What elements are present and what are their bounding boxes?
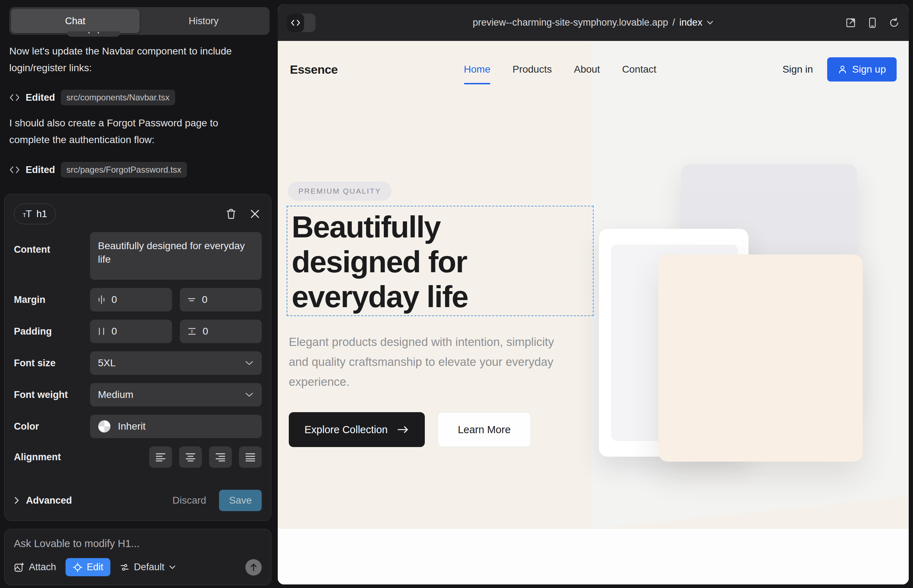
chevron-down-icon [706,20,714,25]
sliders-icon [120,562,130,572]
margin-x-input[interactable]: 0 [90,288,172,312]
color-select[interactable]: Inherit [90,415,262,438]
font-size-select[interactable]: 5XL [90,351,262,375]
mode-dropdown[interactable]: Default [120,562,176,573]
text-type-icon: тT [23,208,31,220]
open-external-button[interactable] [845,18,856,28]
edit-mode-button[interactable]: Edit [66,558,111,576]
code-preview-toggle[interactable] [287,13,316,32]
nav-link-products[interactable]: Products [512,64,552,75]
margin-label: Margin [14,294,90,305]
align-justify-button[interactable] [239,446,262,468]
content-label: Content [14,232,90,255]
nav-link-contact[interactable]: Contact [622,64,657,75]
align-left-icon [155,452,166,462]
send-button[interactable] [245,559,262,575]
preview-window: preview--charming-site-symphony.lovable.… [278,4,909,585]
chevron-down-icon [244,360,254,366]
target-icon [73,562,83,572]
padding-y-input[interactable]: 0 [180,320,262,343]
selected-h1-outline[interactable]: Beautifully designed for everyday life [287,206,594,316]
attach-image-icon [14,562,24,573]
premium-badge: PREMIUM QUALITY [288,181,392,201]
padding-x-input[interactable]: 0 [90,320,172,343]
selected-element-pill[interactable]: тT h1 [14,204,56,224]
chat-history-tabs: Chat History [9,7,270,35]
padding-y-icon [187,327,197,336]
color-swatch [98,420,111,433]
save-button[interactable]: Save [219,490,262,511]
element-editor-panel: тT h1 Content Beautifully des [4,194,271,521]
sign-up-button[interactable]: Sign up [827,57,897,81]
chevron-down-icon [169,565,176,570]
user-icon [838,65,847,74]
alignment-label: Alignment [14,452,90,463]
delete-element-icon[interactable] [226,208,236,219]
margin-y-input[interactable]: 0 [180,288,262,312]
code-view-icon[interactable] [287,13,304,32]
site-navbar: Essence Home Products About Contact Sign… [278,41,909,98]
file-chip[interactable]: src/components/Navbar.tsx [61,90,175,105]
chat-input-box: Ask Lovable to modify H1... Attach Edit … [4,529,271,585]
assistant-message: Now let's update the Navbar component to… [9,43,244,76]
tab-history[interactable]: History [139,9,268,33]
margin-x-icon [97,295,106,305]
chevron-right-icon [14,496,19,505]
file-chip[interactable]: src/pages/ForgotPassword.tsx [61,162,187,178]
edited-file-row: Edited src/components/Navbar.tsx [9,90,175,105]
edited-label: Edited [26,92,55,103]
mobile-view-button[interactable] [868,17,877,29]
rendered-site: Essence Home Products About Contact Sign… [278,41,909,585]
font-weight-label: Font weight [14,389,90,401]
align-right-icon [215,452,226,462]
hero-paragraph: Elegant products designed with intention… [289,332,574,392]
selected-tag: h1 [36,208,47,220]
padding-x-icon [97,326,106,336]
edited-file-row: Edited src/pages/ForgotPassword.tsx [9,162,187,178]
tab-chat[interactable]: Chat [11,9,139,33]
hero-card-cream [659,255,863,462]
content-input[interactable]: Beautifully designed for everyday life [90,232,262,280]
scrolled-chip-partial [67,31,120,37]
assistant-message: I should also create a Forgot Password p… [9,115,244,148]
chat-input[interactable]: Ask Lovable to modify H1... [14,538,262,549]
preview-toolbar: preview--charming-site-symphony.lovable.… [278,4,909,41]
margin-y-icon [187,296,196,304]
font-weight-select[interactable]: Medium [90,383,262,407]
edited-label: Edited [26,165,55,176]
chevron-down-icon [244,392,254,397]
lovable-sidebar: Chat History Now let's update the Navbar… [0,0,277,588]
align-justify-icon [245,452,256,462]
arrow-up-icon [249,563,257,572]
explore-collection-button[interactable]: Explore Collection [289,412,425,447]
align-left-button[interactable] [149,446,172,468]
attach-button[interactable]: Attach [14,562,56,573]
nav-link-about[interactable]: About [574,64,600,75]
hero-section: PREMIUM QUALITY Beautifully designed for… [278,41,598,585]
padding-label: Padding [14,326,90,337]
learn-more-button[interactable]: Learn More [438,412,531,447]
url-bar[interactable]: preview--charming-site-symphony.lovable.… [473,17,714,28]
refresh-button[interactable] [889,18,900,28]
align-center-icon [185,452,196,462]
align-center-button[interactable] [179,446,202,468]
font-size-label: Font size [14,358,90,369]
site-logo[interactable]: Essence [290,63,338,76]
hero-heading: Beautifully designed for everyday life [291,209,593,314]
color-label: Color [14,421,90,432]
close-icon[interactable] [250,209,260,218]
code-icon [9,165,20,174]
route-name: index [680,17,703,28]
code-icon [9,93,20,102]
preview-url: preview--charming-site-symphony.lovable.… [473,17,669,28]
nav-link-home[interactable]: Home [464,64,490,75]
sign-in-link[interactable]: Sign in [782,64,813,75]
advanced-toggle[interactable]: Advanced [14,495,72,506]
arrow-right-icon [397,425,409,434]
align-right-button[interactable] [209,446,232,468]
discard-button[interactable]: Discard [172,495,206,506]
